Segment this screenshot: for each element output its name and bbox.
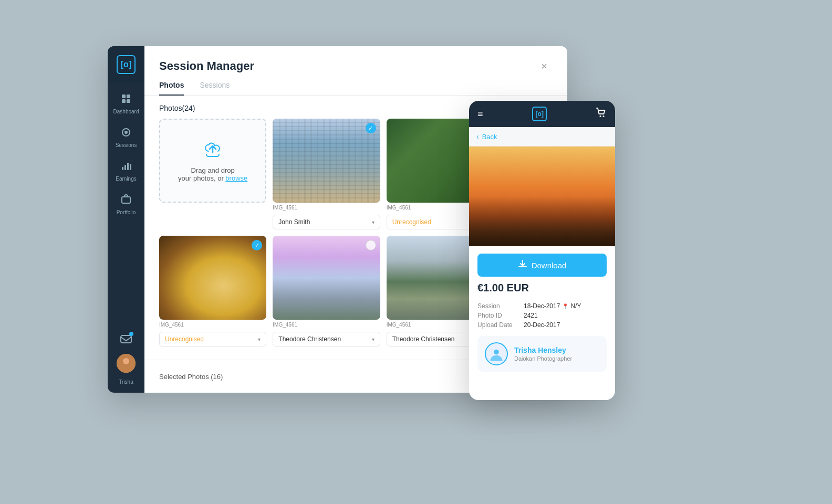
upload-cell: Drag and drop your photos, or browse <box>159 119 266 229</box>
mobile-header: ≡ [o] <box>469 101 615 127</box>
tab-photos[interactable]: Photos <box>159 81 184 96</box>
photo-cell-dog: ✓ IMG_4561 Unrecognised ▾ <box>159 236 266 346</box>
upload-date-label: Upload Date <box>477 321 519 329</box>
sidebar: [o] Dashboard <box>108 46 144 393</box>
svg-rect-1 <box>127 94 130 98</box>
notification-badge[interactable] <box>117 330 136 349</box>
back-arrow-icon: ‹ <box>476 132 479 141</box>
photographer-name: Trisha Hensley <box>514 346 572 354</box>
photo-card-4[interactable]: ✓ <box>159 236 266 320</box>
person-dropdown-5[interactable]: Theodore Christensen ▾ <box>273 332 380 346</box>
photo-label-4: IMG_4561 <box>159 320 266 330</box>
dropdown-arrow-1: ▾ <box>372 219 375 225</box>
upload-icon <box>203 140 222 162</box>
avatar[interactable] <box>117 354 136 373</box>
photographer-avatar <box>485 342 508 365</box>
sidebar-item-earnings[interactable]: Earnings <box>108 155 144 187</box>
portfolio-icon <box>121 194 131 207</box>
session-row: Session 18-Dec-2017 📍 N/Y <box>477 302 607 310</box>
svg-rect-6 <box>122 167 123 170</box>
tabs: Photos Sessions <box>144 75 567 96</box>
svg-rect-2 <box>122 99 126 103</box>
earnings-icon <box>121 161 131 174</box>
photo-card-5[interactable] <box>273 236 380 320</box>
sidebar-item-portfolio[interactable]: Portfolio <box>108 189 144 220</box>
svg-point-5 <box>124 131 128 134</box>
session-value: 18-Dec-2017 📍 N/Y <box>524 302 581 310</box>
svg-rect-8 <box>127 163 129 170</box>
photo-id-label: Photo ID <box>477 312 519 319</box>
photographer-card: Trisha Hensley Daiokan Photographer <box>477 336 607 372</box>
tab-sessions[interactable]: Sessions <box>200 81 230 96</box>
photo-bg-building <box>273 119 380 203</box>
svg-rect-9 <box>130 164 131 170</box>
close-button[interactable]: × <box>536 58 553 75</box>
session-label: Session <box>477 302 519 310</box>
dropdown-arrow-4: ▾ <box>258 337 261 342</box>
upload-box[interactable]: Drag and drop your photos, or browse <box>159 119 266 203</box>
photo-select-5[interactable] <box>366 240 376 250</box>
selected-label: Selected Photos (16) <box>159 373 223 381</box>
sidebar-bottom: Trisha <box>117 330 136 393</box>
mobile-cart-icon[interactable] <box>596 108 607 121</box>
mobile-photo <box>469 146 615 246</box>
svg-point-15 <box>602 116 604 117</box>
svg-rect-11 <box>121 335 131 343</box>
person-dropdown-1[interactable]: John Smith ▾ <box>273 215 380 229</box>
photo-bg-mountain <box>273 236 380 320</box>
dropdown-arrow-5: ▾ <box>372 337 375 342</box>
price-text: €1.00 EUR <box>477 282 607 294</box>
photo-label-5: IMG_4561 <box>273 320 380 330</box>
svg-point-13 <box>123 358 129 364</box>
sidebar-item-sessions[interactable]: Sessions <box>108 122 144 153</box>
sidebar-item-dashboard[interactable]: Dashboard <box>108 88 144 120</box>
mobile-details: Session 18-Dec-2017 📍 N/Y Photo ID 2421 … <box>469 299 615 336</box>
sidebar-nav: Dashboard Sessions <box>108 83 144 330</box>
sessions-icon <box>121 127 131 140</box>
browse-link[interactable]: browse <box>225 174 247 182</box>
mobile-overlay: ≡ [o] ‹ Back Download <box>469 101 615 400</box>
dashboard-icon <box>121 93 131 107</box>
svg-point-14 <box>599 116 601 117</box>
upload-drag-text: Drag and drop <box>191 166 235 174</box>
photo-id-row: Photo ID 2421 <box>477 312 607 319</box>
sidebar-logo: [o] <box>108 46 144 83</box>
dialog-title: Session Manager <box>159 59 254 73</box>
back-label: Back <box>482 133 497 141</box>
upload-date-value: 20-Dec-2017 <box>524 321 560 329</box>
svg-rect-7 <box>124 165 126 170</box>
photo-card-1[interactable]: ✓ <box>273 119 380 203</box>
svg-rect-3 <box>127 99 130 103</box>
photo-cell-mountain: IMG_4561 Theodore Christensen ▾ <box>273 236 380 346</box>
upload-date-row: Upload Date 20-Dec-2017 <box>477 321 607 329</box>
download-icon <box>518 259 527 271</box>
dialog-header: Session Manager × <box>144 46 567 75</box>
mobile-menu-icon[interactable]: ≡ <box>477 109 483 120</box>
svg-rect-0 <box>122 94 126 98</box>
photo-label-1: IMG_4561 <box>273 203 380 213</box>
download-button[interactable]: Download <box>477 254 607 277</box>
photo-bg-dog <box>159 236 266 320</box>
mobile-photo-bg <box>469 146 615 246</box>
photo-select-1[interactable]: ✓ <box>366 123 376 133</box>
person-dropdown-4[interactable]: Unrecognised ▾ <box>159 332 266 346</box>
svg-point-17 <box>494 350 499 355</box>
location-pin-icon: 📍 <box>562 303 568 309</box>
mobile-back-button[interactable]: ‹ Back <box>469 127 615 146</box>
photo-cell-building: ✓ IMG_4561 John Smith ▾ <box>273 119 380 229</box>
svg-rect-10 <box>122 197 130 203</box>
notification-dot <box>129 332 133 336</box>
logo-icon: [o] <box>117 55 136 74</box>
upload-sub-text: your photos, or browse <box>178 174 247 182</box>
photographer-info: Trisha Hensley Daiokan Photographer <box>514 346 572 362</box>
photo-id-value: 2421 <box>524 312 538 319</box>
mobile-download-section: Download €1.00 EUR <box>469 246 615 299</box>
mobile-logo: [o] <box>532 107 547 121</box>
photographer-role: Daiokan Photographer <box>514 355 572 362</box>
